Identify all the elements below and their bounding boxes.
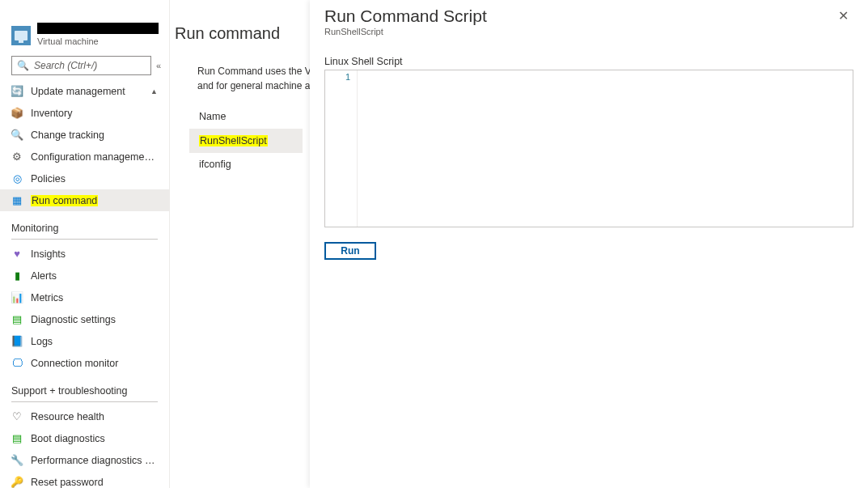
- nav-item-logs[interactable]: 📘Logs: [0, 330, 169, 352]
- boot-icon: ▤: [11, 433, 23, 444]
- nav-item-update-management[interactable]: 🔄Update management▲: [0, 80, 169, 102]
- command-row-runshellscript[interactable]: RunShellScript: [189, 129, 303, 153]
- table-header-name[interactable]: Name: [189, 104, 303, 129]
- run-icon: ▦: [11, 195, 23, 206]
- nav-label: Configuration management (...: [31, 151, 158, 163]
- nav-label: Insights: [31, 248, 158, 260]
- connection-icon: 🖵: [11, 358, 23, 369]
- section-monitoring-heading: Monitoring: [0, 211, 169, 237]
- inventory-icon: 📦: [11, 108, 23, 119]
- nav-item-policies[interactable]: ◎Policies: [0, 168, 169, 189]
- editor-gutter: 1: [325, 70, 358, 227]
- nav-operations: 🔄Update management▲📦Inventory🔍Change tra…: [0, 80, 169, 211]
- run-button[interactable]: Run: [324, 242, 376, 260]
- update-icon: 🔄: [11, 86, 23, 97]
- nav-item-alerts[interactable]: ▮Alerts: [0, 265, 169, 286]
- metrics-icon: 📊: [11, 292, 23, 303]
- nav-label: Boot diagnostics: [31, 433, 158, 444]
- section-support-heading: Support + troubleshooting: [0, 374, 169, 400]
- resource-icon: ♡: [11, 411, 23, 422]
- nav-item-inventory[interactable]: 📦Inventory: [0, 102, 169, 124]
- nav-item-metrics[interactable]: 📊Metrics: [0, 286, 169, 308]
- sidebar-search[interactable]: 🔍: [11, 56, 151, 75]
- nav-item-run-command[interactable]: ▦Run command: [0, 189, 169, 211]
- nav-item-resource-health[interactable]: ♡Resource health: [0, 405, 169, 427]
- sidebar: Virtual machine 🔍 « 🔄Update management▲📦…: [0, 0, 170, 488]
- vm-name-redacted: [37, 23, 159, 34]
- editor-textarea[interactable]: [358, 70, 853, 227]
- nav-item-insights[interactable]: ♥Insights: [0, 243, 169, 265]
- blade-title: Run Command Script: [324, 6, 487, 26]
- sidebar-header: Virtual machine: [0, 23, 169, 49]
- script-editor[interactable]: 1: [324, 70, 853, 227]
- command-row-ifconfig[interactable]: ifconfig: [189, 153, 303, 176]
- chevron-up-icon: ▲: [150, 87, 158, 95]
- nav-label: Change tracking: [31, 129, 158, 141]
- nav-item-connection-monitor[interactable]: 🖵Connection monitor: [0, 352, 169, 374]
- nav-item-diagnostic-settings[interactable]: ▤Diagnostic settings: [0, 308, 169, 330]
- collapse-sidebar-icon[interactable]: «: [156, 61, 161, 70]
- script-label: Linux Shell Script: [324, 56, 853, 67]
- nav-label: Policies: [31, 173, 158, 185]
- reset-icon: 🔑: [11, 477, 23, 488]
- search-input[interactable]: [34, 60, 146, 71]
- run-command-blade: Run Command Script RunShellScript ✕ Linu…: [310, 0, 868, 488]
- close-icon[interactable]: ✕: [833, 6, 853, 26]
- insights-icon: ♥: [11, 248, 23, 260]
- command-table: Name RunShellScriptifconfig: [189, 104, 303, 176]
- nav-label: Metrics: [31, 292, 158, 303]
- nav-item-reset-password[interactable]: 🔑Reset password: [0, 471, 169, 488]
- nav-label: Connection monitor: [31, 358, 158, 369]
- change-icon: 🔍: [11, 129, 23, 141]
- nav-label: Run command: [31, 195, 158, 206]
- diagnostic-icon: ▤: [11, 314, 23, 325]
- nav-label: Update management: [31, 86, 142, 97]
- search-icon: 🔍: [17, 60, 29, 71]
- nav-label: Inventory: [31, 108, 158, 119]
- logs-icon: 📘: [11, 336, 23, 347]
- nav-label: Diagnostic settings: [31, 314, 158, 325]
- policies-icon: ◎: [11, 173, 23, 185]
- nav-label: Resource health: [31, 411, 158, 422]
- nav-item-change-tracking[interactable]: 🔍Change tracking: [0, 124, 169, 146]
- nav-support: ♡Resource health▤Boot diagnostics🔧Perfor…: [0, 405, 169, 488]
- nav-item-performance-diagnostics-pre[interactable]: 🔧Performance diagnostics (Pre...: [0, 449, 169, 471]
- configuration-icon: ⚙: [11, 151, 23, 163]
- nav-label: Alerts: [31, 270, 158, 282]
- nav-label: Performance diagnostics (Pre...: [31, 455, 158, 466]
- nav-label: Logs: [31, 336, 158, 347]
- nav-item-configuration-management[interactable]: ⚙Configuration management (...: [0, 146, 169, 168]
- vm-subtitle: Virtual machine: [37, 36, 163, 46]
- nav-label: Reset password: [31, 477, 158, 488]
- vm-icon: [11, 26, 31, 45]
- nav-monitoring: ♥Insights▮Alerts📊Metrics▤Diagnostic sett…: [0, 243, 169, 374]
- blade-subtitle: RunShellScript: [324, 27, 487, 36]
- performance-icon: 🔧: [11, 455, 23, 466]
- alerts-icon: ▮: [11, 270, 23, 282]
- nav-item-boot-diagnostics[interactable]: ▤Boot diagnostics: [0, 427, 169, 449]
